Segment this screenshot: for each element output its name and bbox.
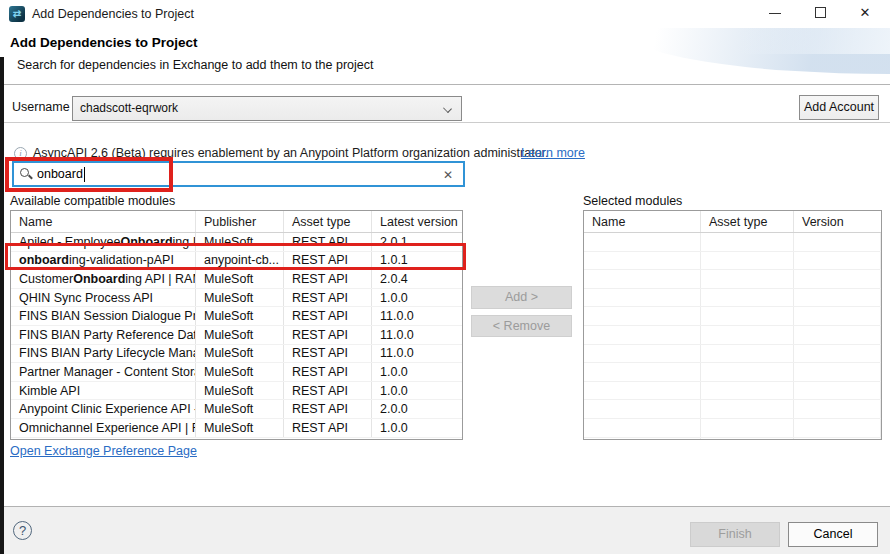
notice-text: AsyncAPI 2.6 (Beta) requires enablement … (33, 146, 549, 160)
empty-cell (701, 382, 794, 400)
asset-type-cell: REST API (284, 233, 372, 251)
module-name-cell: Partner Manager - Content Stora (11, 363, 196, 381)
asset-type-cell: REST API (284, 307, 372, 325)
available-table-header[interactable]: NamePublisherAsset typeLatest version (11, 211, 462, 233)
empty-cell (701, 326, 794, 344)
selected-modules-label: Selected modules (583, 194, 682, 208)
empty-cell (584, 289, 701, 307)
version-cell: 1.0.0 (372, 363, 463, 381)
empty-cell (794, 438, 881, 440)
module-name-cell: QHIN Sync Process API (11, 289, 196, 307)
table-row[interactable]: FINS BIAN Party Reference DataMuleSoftRE… (11, 326, 462, 345)
column-header[interactable]: Latest version (372, 211, 463, 232)
table-row[interactable]: Anypoint Clinic Experience API -MuleSoft… (11, 400, 462, 419)
username-combobox[interactable]: chadscott-eqrwork (72, 96, 462, 121)
empty-cell (794, 307, 881, 325)
empty-cell (794, 363, 881, 381)
empty-cell (584, 438, 701, 440)
column-header[interactable]: Asset type (284, 211, 372, 232)
info-icon: i (14, 147, 27, 160)
publisher-cell: MuleSoft (196, 382, 284, 400)
publisher-cell: MuleSoft (196, 419, 284, 437)
remove-button[interactable]: < Remove (471, 315, 572, 337)
finish-button[interactable]: Finish (690, 522, 780, 547)
module-name-text: Anypoint Clinic Experience API - (19, 402, 196, 416)
empty-cell (701, 438, 794, 440)
column-header[interactable]: Asset type (701, 211, 794, 232)
table-row[interactable]: FINS BIAN Party Lifecycle ManagMuleSoftR… (11, 345, 462, 364)
table-row[interactable]: onboarding-validation-pAPIanypoint-cb...… (11, 252, 462, 271)
module-name-cell: Customer Onboarding API | RAM (11, 270, 196, 288)
table-row[interactable]: FINS BIAN Session Dialogue ProcMuleSoftR… (11, 307, 462, 326)
search-input[interactable]: onboard ✕ (12, 161, 465, 187)
empty-cell (794, 233, 881, 251)
empty-cell (701, 270, 794, 288)
module-name-text: Omnichannel Experience API | R (19, 421, 196, 435)
section-divider (0, 122, 890, 123)
module-name-text: Customer (19, 272, 73, 286)
empty-cell (701, 289, 794, 307)
empty-row (584, 419, 881, 438)
module-name-text: QHIN Sync Process API (19, 291, 153, 305)
help-icon[interactable]: ? (13, 521, 32, 540)
empty-row (584, 270, 881, 289)
table-row[interactable]: Omnichannel Experience API | RMuleSoftRE… (11, 419, 462, 438)
empty-row (584, 289, 881, 308)
table-row[interactable]: QHIN Sync Process APIMuleSoftREST API1.0… (11, 289, 462, 308)
publisher-cell: MuleSoft (196, 289, 284, 307)
asset-type-cell: REST API (284, 289, 372, 307)
module-name-text: Onboard (73, 272, 125, 286)
cancel-button[interactable]: Cancel (788, 522, 878, 547)
add-button[interactable]: Add > (471, 286, 572, 309)
version-cell: 11.0.0 (372, 307, 463, 325)
version-cell: 1.0.0 (372, 289, 463, 307)
close-button[interactable]: ✕ (848, 0, 882, 26)
table-row[interactable]: Customer Onboarding API | RAMMuleSoftRES… (11, 270, 462, 289)
search-value: onboard (37, 167, 83, 181)
empty-cell (701, 233, 794, 251)
version-cell: 2.0.0 (372, 400, 463, 418)
module-name-text: ing API | RAM (125, 272, 196, 286)
module-name-text: FINS BIAN Party Reference Data (19, 328, 196, 342)
banner-gradient-highlight (740, 28, 890, 54)
empty-row (584, 307, 881, 326)
clear-search-icon[interactable]: ✕ (439, 166, 457, 184)
module-name-text: FINS BIAN Session Dialogue Proc (19, 309, 196, 323)
column-header[interactable]: Name (584, 211, 701, 232)
available-modules-table[interactable]: NamePublisherAsset typeLatest version Ap… (10, 210, 463, 440)
publisher-cell: MuleSoft (196, 270, 284, 288)
wizard-banner: Add Dependencies to Project Search for d… (0, 28, 890, 85)
empty-cell (701, 252, 794, 270)
asset-type-cell: REST API (284, 326, 372, 344)
asset-type-cell: REST API (284, 345, 372, 363)
column-header[interactable]: Publisher (196, 211, 284, 232)
column-header[interactable]: Name (11, 211, 196, 232)
module-name-cell: Apiled - Employee Onboarding I (11, 233, 196, 251)
table-row[interactable]: Kimble APIMuleSoftREST API1.0.0 (11, 382, 462, 401)
asset-type-cell: REST API (284, 270, 372, 288)
publisher-cell: MuleSoft (196, 326, 284, 344)
add-account-button[interactable]: Add Account (799, 95, 879, 120)
asset-type-cell: REST API (284, 400, 372, 418)
minimize-button[interactable] (758, 0, 792, 26)
column-header[interactable]: Version (794, 211, 881, 232)
empty-cell (794, 289, 881, 307)
username-value: chadscott-eqrwork (80, 101, 178, 115)
module-name-text: Partner Manager - Content Stora (19, 365, 196, 379)
app-exchange-icon: ⇄ (9, 6, 25, 22)
empty-cell (584, 419, 701, 437)
selected-table-header[interactable]: NameAsset typeVersion (584, 211, 881, 233)
publisher-cell: MuleSoft (196, 400, 284, 418)
module-name-cell: FINS BIAN Party Lifecycle Manag (11, 345, 196, 363)
selected-modules-table[interactable]: NameAsset typeVersion (583, 210, 882, 440)
learn-more-link[interactable]: Learn more (521, 146, 585, 160)
minimize-icon (769, 13, 781, 14)
module-name-text: Onboard (120, 235, 172, 249)
available-table-body[interactable]: Apiled - Employee Onboarding IMuleSoftRE… (11, 233, 462, 438)
table-row[interactable]: Apiled - Employee Onboarding IMuleSoftRE… (11, 233, 462, 252)
maximize-button[interactable] (804, 0, 838, 26)
title-bar[interactable]: ⇄ Add Dependencies to Project ✕ (0, 0, 890, 28)
table-row[interactable]: Partner Manager - Content StoraMuleSoftR… (11, 363, 462, 382)
open-exchange-preference-link[interactable]: Open Exchange Preference Page (10, 444, 197, 458)
empty-cell (584, 345, 701, 363)
